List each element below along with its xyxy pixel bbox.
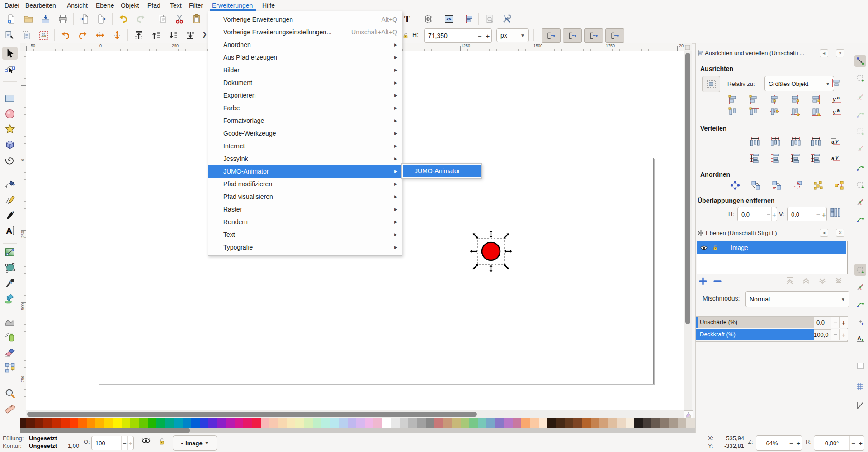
rotation-plus-button[interactable]: + bbox=[857, 436, 864, 450]
snap-midpoints-icon[interactable] bbox=[854, 281, 866, 293]
menu-item-text[interactable]: Text▶ bbox=[208, 228, 402, 241]
snap-cusp-nodes-icon[interactable] bbox=[854, 213, 866, 225]
tool-connector[interactable] bbox=[4, 362, 16, 374]
palette-swatch[interactable] bbox=[582, 418, 591, 428]
snap-path-icon[interactable] bbox=[854, 179, 866, 191]
xml-editor-button[interactable]: <> bbox=[442, 12, 456, 26]
menu-pfad[interactable]: Pfad bbox=[146, 0, 161, 11]
tool-mesh-gradient[interactable] bbox=[4, 261, 16, 274]
palette-swatch[interactable] bbox=[400, 418, 408, 428]
treat-selection-as-group-button[interactable] bbox=[702, 76, 720, 92]
palette-swatch[interactable] bbox=[104, 418, 113, 428]
palette-swatch[interactable] bbox=[61, 418, 70, 428]
tool-zoom[interactable] bbox=[4, 387, 16, 400]
palette-swatch[interactable] bbox=[539, 418, 547, 428]
menu-item-exportieren[interactable]: Exportieren▶ bbox=[208, 89, 402, 102]
align-top-edge-button[interactable] bbox=[748, 107, 760, 118]
palette-swatch[interactable] bbox=[504, 418, 513, 428]
menu-item-jessyink[interactable]: JessyInk▶ bbox=[208, 152, 402, 165]
blur-minus-button[interactable]: − bbox=[831, 317, 840, 328]
menu-item-vorherige-erweiterungen[interactable]: Vorherige ErweiterungenAlt+Q bbox=[208, 13, 402, 26]
submenu-item-jumo-animator[interactable]: JUMO-Animator bbox=[403, 165, 481, 177]
toolbar-overflow-icon[interactable]: ❯ bbox=[202, 31, 207, 38]
align-left-edge-button[interactable] bbox=[748, 94, 760, 105]
redo-button[interactable] bbox=[134, 12, 147, 26]
panel-close-button[interactable]: ✕ bbox=[836, 229, 844, 237]
palette-swatch[interactable] bbox=[52, 418, 61, 428]
palette-swatch[interactable] bbox=[626, 418, 634, 428]
opacity-input[interactable] bbox=[92, 436, 121, 450]
tool-dropper[interactable] bbox=[4, 277, 16, 289]
palette-swatch[interactable] bbox=[643, 418, 651, 428]
height-minus-button[interactable]: − bbox=[476, 29, 483, 42]
menu-item-aus-pfad-erzeugen[interactable]: Aus Pfad erzeugen▶ bbox=[208, 51, 402, 64]
menu-item-bilder[interactable]: Bilder▶ bbox=[208, 64, 402, 76]
menu-text[interactable]: Text bbox=[169, 0, 183, 11]
snap-rotation-centers-icon[interactable] bbox=[854, 315, 866, 327]
lock-ratio-icon[interactable] bbox=[401, 32, 410, 40]
palette-swatch[interactable] bbox=[156, 418, 165, 428]
palette-swatch[interactable] bbox=[461, 418, 469, 428]
tool-ellipse[interactable] bbox=[4, 108, 16, 120]
palette-swatch[interactable] bbox=[208, 418, 217, 428]
menu-item-raster[interactable]: Raster▶ bbox=[208, 203, 402, 216]
exchange-positions-clockwise-button[interactable] bbox=[792, 180, 803, 191]
snap-bbox-corners-icon[interactable] bbox=[854, 108, 866, 120]
rotate-ccw-button[interactable] bbox=[59, 28, 72, 42]
menu-item-formatvorlage[interactable]: Formatvorlage▶ bbox=[208, 114, 402, 127]
menu-datei[interactable]: Datei bbox=[4, 0, 20, 11]
height-plus-button[interactable]: + bbox=[484, 29, 491, 42]
layer-visibility-eye-icon[interactable] bbox=[141, 437, 151, 444]
menu-item-pfad-visualisieren[interactable]: Pfad visualisieren▶ bbox=[208, 190, 402, 203]
stroke-value[interactable]: Ungesetzt bbox=[29, 443, 57, 449]
palette-swatch[interactable] bbox=[174, 418, 182, 428]
palette-swatch[interactable] bbox=[43, 418, 52, 428]
relative-to-dropdown[interactable]: Größtes Objekt▼ bbox=[764, 76, 834, 91]
snap-page-border-icon[interactable] bbox=[854, 360, 866, 372]
rotate-cw-button[interactable] bbox=[76, 28, 90, 42]
opacity-value[interactable]: 100,0 bbox=[814, 331, 829, 338]
align-top-outside-button[interactable] bbox=[727, 107, 739, 118]
snap-grids-icon[interactable] bbox=[854, 380, 866, 391]
raise-to-top-button[interactable] bbox=[132, 28, 146, 42]
tool-rectangle[interactable] bbox=[4, 92, 16, 105]
snap-bbox-edges-icon[interactable] bbox=[854, 91, 866, 103]
layer-raise-icon[interactable] bbox=[802, 276, 811, 286]
palette-swatch[interactable] bbox=[226, 418, 235, 428]
palette-swatch[interactable] bbox=[417, 418, 426, 428]
rotation-minus-button[interactable]: − bbox=[849, 436, 857, 450]
snap-bbox-edges-button[interactable] bbox=[563, 28, 582, 43]
menu-item-anordnen[interactable]: Anordnen▶ bbox=[208, 38, 402, 51]
palette-swatch[interactable] bbox=[70, 418, 78, 428]
menu-item-gcode-werkzeuge[interactable]: Gcode-Werkzeuge▶ bbox=[208, 127, 402, 140]
distribute-centers-horizontal-button[interactable] bbox=[769, 137, 781, 147]
horizontal-scrollbar[interactable] bbox=[26, 410, 684, 418]
layer-raise-to-top-icon[interactable] bbox=[785, 276, 795, 286]
snap-bbox-corners-button[interactable] bbox=[584, 28, 603, 43]
palette-swatch[interactable] bbox=[200, 418, 208, 428]
palette-swatch[interactable] bbox=[130, 418, 139, 428]
palette-swatch[interactable] bbox=[634, 418, 643, 428]
raise-button[interactable] bbox=[149, 28, 163, 42]
palette-swatch[interactable] bbox=[478, 418, 486, 428]
palette-swatch[interactable] bbox=[669, 418, 678, 428]
snap-bbox-centers-icon[interactable] bbox=[854, 143, 866, 155]
tool-paint-bucket[interactable] bbox=[4, 292, 16, 305]
overlap-v-plus[interactable]: + bbox=[821, 207, 826, 221]
palette-swatch[interactable] bbox=[408, 418, 417, 428]
palette-swatch[interactable] bbox=[278, 418, 287, 428]
select-all-button[interactable] bbox=[3, 28, 16, 42]
menu-filter[interactable]: Filter bbox=[188, 0, 204, 11]
menu-item-farbe[interactable]: Farbe▶ bbox=[208, 102, 402, 114]
palette-swatch[interactable] bbox=[295, 418, 304, 428]
document-properties-button[interactable] bbox=[483, 12, 496, 26]
ruler-corner[interactable] bbox=[20, 43, 26, 52]
tool-pen[interactable] bbox=[4, 178, 16, 191]
tool-spiral[interactable] bbox=[4, 154, 16, 166]
palette-swatch[interactable] bbox=[434, 418, 443, 428]
tool-box-3d[interactable] bbox=[4, 138, 16, 151]
tool-gradient[interactable] bbox=[4, 246, 16, 259]
snap-master-icon[interactable] bbox=[854, 55, 866, 67]
overlap-h-input[interactable] bbox=[738, 207, 766, 221]
palette-swatch[interactable] bbox=[651, 418, 660, 428]
